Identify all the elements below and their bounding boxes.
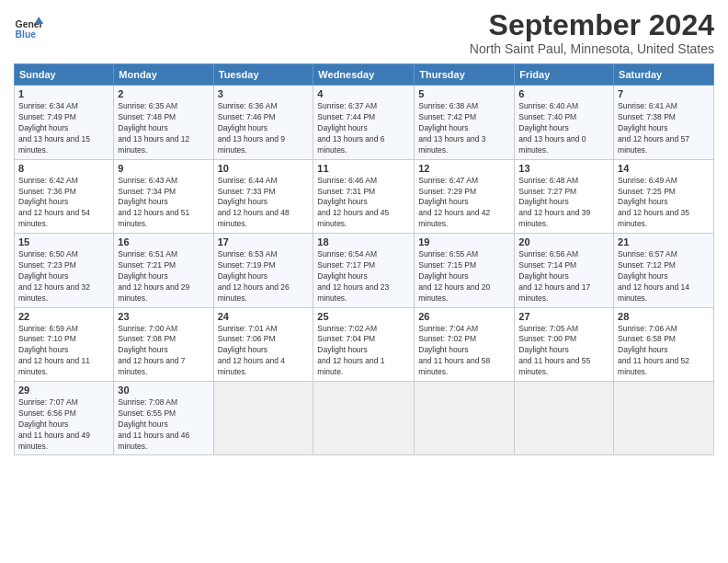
day-info: Sunrise: 6:36 AMSunset: 7:46 PMDaylight …: [218, 101, 285, 155]
day-info: Sunrise: 6:49 AMSunset: 7:25 PMDaylight …: [618, 176, 689, 229]
day-number: 26: [418, 311, 510, 322]
day-info: Sunrise: 7:07 AMSunset: 6:56 PMDaylight …: [18, 397, 90, 451]
calendar-cell: 25 Sunrise: 7:02 AMSunset: 7:04 PMDaylig…: [313, 307, 415, 381]
day-number: 9: [118, 163, 209, 174]
day-number: 15: [18, 236, 109, 247]
calendar-cell: 11 Sunrise: 6:46 AMSunset: 7:31 PMDaylig…: [313, 159, 415, 233]
calendar-cell: 9 Sunrise: 6:43 AMSunset: 7:34 PMDayligh…: [114, 159, 213, 233]
day-info: Sunrise: 6:35 AMSunset: 7:48 PMDaylight …: [118, 101, 189, 155]
day-number: 5: [418, 88, 510, 99]
day-info: Sunrise: 6:53 AMSunset: 7:19 PMDaylight …: [218, 249, 290, 303]
day-number: 2: [118, 88, 209, 99]
calendar-cell: [614, 382, 714, 455]
weekday-header-thursday: Thursday: [415, 64, 515, 86]
calendar-cell: [415, 382, 515, 455]
day-info: Sunrise: 6:56 AMSunset: 7:14 PMDaylight …: [518, 249, 590, 303]
day-info: Sunrise: 6:57 AMSunset: 7:12 PMDaylight …: [618, 249, 689, 303]
calendar-cell: 23 Sunrise: 7:00 AMSunset: 7:08 PMDaylig…: [114, 307, 213, 381]
day-number: 25: [317, 311, 410, 322]
calendar-cell: 14 Sunrise: 6:49 AMSunset: 7:25 PMDaylig…: [614, 159, 714, 233]
calendar-cell: 1 Sunrise: 6:34 AMSunset: 7:49 PMDayligh…: [15, 86, 114, 159]
logo-icon: General Blue: [14, 13, 43, 42]
weekday-header-monday: Monday: [114, 64, 213, 86]
calendar-cell: 28 Sunrise: 7:06 AMSunset: 6:58 PMDaylig…: [614, 307, 714, 381]
calendar-cell: 5 Sunrise: 6:38 AMSunset: 7:42 PMDayligh…: [415, 86, 515, 159]
title-block: September 2024 North Saint Paul, Minneso…: [470, 9, 714, 56]
day-info: Sunrise: 6:34 AMSunset: 7:49 PMDaylight …: [18, 101, 90, 155]
day-number: 23: [118, 311, 209, 322]
calendar: SundayMondayTuesdayWednesdayThursdayFrid…: [14, 63, 714, 455]
calendar-cell: 15 Sunrise: 6:50 AMSunset: 7:23 PMDaylig…: [15, 234, 114, 307]
weekday-header-wednesday: Wednesday: [313, 64, 415, 86]
day-info: Sunrise: 6:59 AMSunset: 7:10 PMDaylight …: [18, 324, 90, 377]
calendar-cell: 7 Sunrise: 6:41 AMSunset: 7:38 PMDayligh…: [614, 86, 714, 159]
calendar-cell: 27 Sunrise: 7:05 AMSunset: 7:00 PMDaylig…: [515, 307, 614, 381]
calendar-cell: 3 Sunrise: 6:36 AMSunset: 7:46 PMDayligh…: [213, 86, 313, 159]
day-number: 22: [18, 311, 109, 322]
calendar-cell: 18 Sunrise: 6:54 AMSunset: 7:17 PMDaylig…: [313, 234, 415, 307]
day-info: Sunrise: 6:50 AMSunset: 7:23 PMDaylight …: [18, 249, 90, 303]
calendar-week-5: 29 Sunrise: 7:07 AMSunset: 6:56 PMDaylig…: [15, 382, 714, 455]
day-number: 10: [218, 163, 310, 174]
day-info: Sunrise: 7:04 AMSunset: 7:02 PMDaylight …: [418, 324, 490, 377]
calendar-cell: 29 Sunrise: 7:07 AMSunset: 6:56 PMDaylig…: [15, 382, 114, 455]
calendar-cell: 20 Sunrise: 6:56 AMSunset: 7:14 PMDaylig…: [515, 234, 614, 307]
calendar-cell: 12 Sunrise: 6:47 AMSunset: 7:29 PMDaylig…: [415, 159, 515, 233]
day-number: 18: [317, 236, 410, 247]
day-number: 21: [618, 236, 710, 247]
weekday-header-friday: Friday: [515, 64, 614, 86]
calendar-week-3: 15 Sunrise: 6:50 AMSunset: 7:23 PMDaylig…: [15, 234, 714, 307]
calendar-cell: 2 Sunrise: 6:35 AMSunset: 7:48 PMDayligh…: [114, 86, 213, 159]
day-info: Sunrise: 6:54 AMSunset: 7:17 PMDaylight …: [317, 249, 389, 303]
calendar-week-2: 8 Sunrise: 6:42 AMSunset: 7:36 PMDayligh…: [15, 159, 714, 233]
day-info: Sunrise: 6:48 AMSunset: 7:27 PMDaylight …: [518, 176, 590, 229]
day-number: 8: [18, 163, 109, 174]
day-info: Sunrise: 7:01 AMSunset: 7:06 PMDaylight …: [218, 324, 285, 377]
day-number: 16: [118, 236, 209, 247]
day-number: 27: [518, 311, 609, 322]
day-info: Sunrise: 6:42 AMSunset: 7:36 PMDaylight …: [18, 176, 90, 229]
day-info: Sunrise: 7:02 AMSunset: 7:04 PMDaylight …: [317, 324, 384, 377]
day-info: Sunrise: 6:47 AMSunset: 7:29 PMDaylight …: [418, 176, 490, 229]
day-number: 4: [317, 88, 410, 99]
weekday-header-tuesday: Tuesday: [213, 64, 313, 86]
calendar-cell: [213, 382, 313, 455]
day-info: Sunrise: 7:08 AMSunset: 6:55 PMDaylight …: [118, 397, 189, 451]
calendar-cell: 24 Sunrise: 7:01 AMSunset: 7:06 PMDaylig…: [213, 307, 313, 381]
day-info: Sunrise: 7:06 AMSunset: 6:58 PMDaylight …: [618, 324, 689, 377]
calendar-cell: 16 Sunrise: 6:51 AMSunset: 7:21 PMDaylig…: [114, 234, 213, 307]
day-number: 19: [418, 236, 510, 247]
day-number: 20: [518, 236, 609, 247]
day-number: 1: [18, 88, 109, 99]
day-info: Sunrise: 6:37 AMSunset: 7:44 PMDaylight …: [317, 101, 384, 155]
calendar-cell: 26 Sunrise: 7:04 AMSunset: 7:02 PMDaylig…: [415, 307, 515, 381]
day-number: 6: [518, 88, 609, 99]
calendar-cell: 6 Sunrise: 6:40 AMSunset: 7:40 PMDayligh…: [515, 86, 614, 159]
day-number: 3: [218, 88, 310, 99]
calendar-cell: 21 Sunrise: 6:57 AMSunset: 7:12 PMDaylig…: [614, 234, 714, 307]
calendar-week-4: 22 Sunrise: 6:59 AMSunset: 7:10 PMDaylig…: [15, 307, 714, 381]
day-info: Sunrise: 6:46 AMSunset: 7:31 PMDaylight …: [317, 176, 389, 229]
svg-text:Blue: Blue: [16, 29, 37, 40]
weekday-header-sunday: Sunday: [15, 64, 114, 86]
calendar-week-1: 1 Sunrise: 6:34 AMSunset: 7:49 PMDayligh…: [15, 86, 714, 159]
day-info: Sunrise: 6:40 AMSunset: 7:40 PMDaylight …: [518, 101, 586, 155]
month-title: September 2024: [470, 9, 714, 41]
day-number: 29: [18, 385, 109, 396]
day-info: Sunrise: 6:44 AMSunset: 7:33 PMDaylight …: [218, 176, 290, 229]
calendar-cell: 30 Sunrise: 7:08 AMSunset: 6:55 PMDaylig…: [114, 382, 213, 455]
calendar-cell: 22 Sunrise: 6:59 AMSunset: 7:10 PMDaylig…: [15, 307, 114, 381]
day-info: Sunrise: 6:43 AMSunset: 7:34 PMDaylight …: [118, 176, 189, 229]
day-info: Sunrise: 6:38 AMSunset: 7:42 PMDaylight …: [418, 101, 485, 155]
day-number: 11: [317, 163, 410, 174]
day-number: 7: [618, 88, 710, 99]
calendar-cell: 10 Sunrise: 6:44 AMSunset: 7:33 PMDaylig…: [213, 159, 313, 233]
weekday-header-saturday: Saturday: [614, 64, 714, 86]
calendar-cell: [313, 382, 415, 455]
location-title: North Saint Paul, Minnesota, United Stat…: [470, 41, 714, 56]
day-number: 24: [218, 311, 310, 322]
day-number: 30: [118, 385, 209, 396]
day-number: 13: [518, 163, 609, 174]
calendar-cell: 13 Sunrise: 6:48 AMSunset: 7:27 PMDaylig…: [515, 159, 614, 233]
logo: General Blue: [14, 13, 43, 42]
